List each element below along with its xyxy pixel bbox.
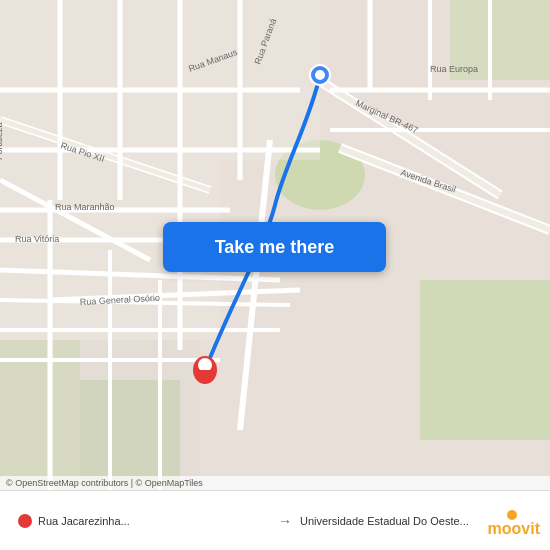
svg-point-49 [315, 70, 325, 80]
moovit-logo: moovit [488, 510, 540, 538]
svg-text:Rua Maranhão: Rua Maranhão [55, 202, 115, 212]
route-info: Rua Jacarezinha... → Universidade Estadu… [10, 513, 540, 529]
arrow-icon: → [278, 513, 292, 529]
svg-rect-2 [420, 280, 550, 440]
svg-text:Rua Europa: Rua Europa [430, 64, 478, 74]
svg-rect-8 [0, 340, 200, 490]
moovit-brand: moovit [488, 520, 540, 538]
svg-text:Rua Vitória: Rua Vitória [15, 234, 59, 244]
map-attribution: © OpenStreetMap contributors | © OpenMap… [0, 476, 550, 490]
moovit-dot [507, 510, 517, 520]
origin-label: Rua Jacarezinha... [38, 515, 270, 527]
take-me-there-button[interactable]: Take me there [163, 222, 386, 272]
origin-icon [18, 514, 32, 528]
bottom-bar: Rua Jacarezinha... → Universidade Estadu… [0, 490, 550, 550]
map-container: Rua Manaus Rua Paraná Marginal BR-467 Ru… [0, 0, 550, 490]
svg-text:Fortaleza: Fortaleza [0, 122, 4, 160]
svg-point-51 [198, 358, 212, 372]
